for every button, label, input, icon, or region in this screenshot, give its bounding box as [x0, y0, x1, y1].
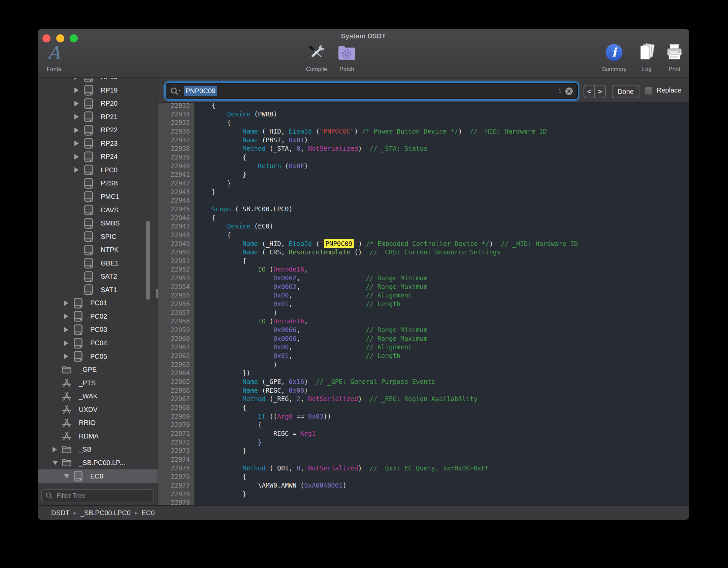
tree-item-p2sb[interactable]: P2SB	[38, 177, 158, 190]
tree-item-rdma[interactable]: RDMA	[38, 429, 158, 443]
chevron-down-icon[interactable]	[64, 474, 73, 478]
chevron-right-icon[interactable]	[64, 341, 73, 346]
tree-item-rrio[interactable]: RRIO	[38, 416, 158, 430]
summary-button[interactable]: i Summary	[602, 40, 627, 73]
tree-item-rp21[interactable]: RP21	[38, 110, 158, 123]
code-text: {	[195, 403, 246, 412]
method-icon	[61, 418, 72, 428]
print-button[interactable]: Print	[665, 40, 684, 73]
chevron-right-icon[interactable]	[74, 114, 83, 119]
line-number: 22936	[158, 127, 195, 136]
chevron-right-icon[interactable]	[74, 167, 83, 173]
line-number: 22975	[158, 464, 195, 473]
chevron-down-icon[interactable]	[53, 461, 61, 465]
chevron-right-icon[interactable]	[74, 78, 83, 80]
tree-item-pc05[interactable]: PC05	[38, 350, 158, 363]
filter-tree-input[interactable]	[56, 492, 150, 500]
code-text: Name (_GPE, 0x16) // _GPE: General Purpo…	[195, 378, 435, 386]
line-number: 22937	[158, 136, 195, 145]
chevron-right-icon[interactable]	[74, 154, 83, 159]
tree-item-spic[interactable]: SPIC	[38, 230, 158, 243]
find-next-button[interactable]: >	[595, 85, 605, 98]
chevron-right-icon[interactable]	[74, 101, 83, 106]
tree-item-rp19[interactable]: RP19	[38, 83, 158, 97]
code-text: Name (PBST, 0x01)	[195, 136, 308, 145]
code-text: {	[195, 231, 231, 240]
tree-item-pc02[interactable]: PC02	[38, 310, 158, 323]
breadcrumb-dsdt[interactable]: DSDT	[51, 509, 69, 517]
code-line: 22954 0x0062, // Range Maximum	[158, 283, 689, 291]
chevron-right-icon[interactable]	[74, 87, 83, 93]
tree-item-rp18[interactable]: RP18	[38, 78, 158, 84]
tree-item-sat1[interactable]: SAT1	[38, 283, 158, 296]
tree-item-ntpk[interactable]: NTPK	[38, 243, 158, 257]
compile-button[interactable]: Compile	[306, 40, 327, 73]
tree-item--gpe[interactable]: _GPE	[38, 363, 158, 377]
chevron-right-icon[interactable]	[53, 447, 61, 452]
tree-item-pc01[interactable]: PC01	[38, 296, 158, 310]
code-text: {	[195, 118, 231, 127]
chevron-right-icon[interactable]	[64, 327, 73, 332]
tree-item-uxdv[interactable]: UXDV	[38, 403, 158, 416]
tree-item-gbe1[interactable]: GBE1	[38, 256, 158, 270]
tree-item-rp24[interactable]: RP24	[38, 150, 158, 164]
code-line: 22937 Name (PBST, 0x01)	[158, 136, 689, 145]
replace-label: Replace	[657, 78, 681, 103]
tree-item-sat2[interactable]: SAT2	[38, 270, 158, 283]
tree-item--sb-pc00-lp-[interactable]: _SB.PC00.LP...	[38, 456, 158, 469]
code-text: Scope (_SB.PC00.LPC0)	[195, 205, 293, 214]
patch-button[interactable]: Patch	[337, 40, 356, 73]
method-icon	[61, 405, 72, 414]
code-text: 0x00, // Alignment	[195, 343, 412, 352]
tree-item-cavs[interactable]: CAVS	[38, 203, 158, 217]
chevron-right-icon[interactable]	[74, 141, 83, 146]
device-icon	[83, 231, 94, 242]
chevron-right-icon[interactable]	[64, 354, 73, 359]
fonts-button[interactable]: A Fonts	[47, 40, 61, 73]
code-text: 0x0062, // Range Minimum	[195, 274, 427, 283]
find-bar: PNP0C09 1 < > Done Replace	[158, 78, 689, 103]
method-icon	[61, 392, 72, 401]
device-icon	[83, 271, 94, 282]
breadcrumb-device[interactable]: EC0	[142, 509, 155, 517]
pages-icon	[638, 40, 656, 65]
code-line: 22952 IO (Decode16,	[158, 265, 689, 274]
code-text: 0x0062, // Range Maximum	[195, 283, 427, 291]
chevron-right-icon[interactable]	[64, 314, 73, 319]
breadcrumb-scope[interactable]: _SB.PC00.LPC0	[80, 509, 131, 517]
clear-search-icon[interactable]	[564, 86, 574, 96]
device-icon	[83, 125, 94, 136]
tree-item-label: EC0	[90, 472, 103, 480]
tree-item-rp20[interactable]: RP20	[38, 97, 158, 110]
tree-item-pc03[interactable]: PC03	[38, 323, 158, 336]
match-count: 1	[558, 87, 562, 95]
search-icon[interactable]	[170, 86, 182, 96]
tree-item-lpc0[interactable]: LPC0	[38, 163, 158, 177]
done-button[interactable]: Done	[612, 85, 639, 98]
line-number: 22947	[158, 222, 195, 231]
code-line: 22974	[158, 455, 689, 464]
tree-item-smbs[interactable]: SMBS	[38, 217, 158, 230]
sidebar-scrollbar[interactable]	[146, 221, 150, 300]
chevron-right-icon[interactable]	[74, 128, 83, 133]
device-icon	[83, 151, 94, 162]
log-label: Log	[642, 66, 652, 73]
log-button[interactable]: Log	[638, 40, 656, 73]
tree-item-ec0[interactable]: EC0	[38, 469, 158, 483]
tree-item--wak[interactable]: _WAK	[38, 390, 158, 403]
tree-item-pmc1[interactable]: PMC1	[38, 190, 158, 203]
replace-checkbox[interactable]	[644, 87, 653, 95]
tree-item-rp23[interactable]: RP23	[38, 137, 158, 150]
tree-item--sb[interactable]: _SB	[38, 443, 158, 456]
code-text: 0x01, // Length	[195, 352, 400, 360]
code-editor[interactable]: 22933 {22934 Device (PWRB)22935 {22936 N…	[158, 103, 689, 505]
chevron-right-icon[interactable]	[64, 300, 73, 306]
tree-item-label: PC03	[90, 326, 107, 333]
find-previous-button[interactable]: <	[584, 85, 595, 98]
tree-item--pts[interactable]: _PTS	[38, 376, 158, 390]
search-input[interactable]: PNP0C09 1	[166, 83, 578, 99]
filter-tree-field[interactable]	[41, 489, 154, 502]
tree-item-pc04[interactable]: PC04	[38, 336, 158, 350]
tree-item-rp22[interactable]: RP22	[38, 123, 158, 137]
code-text: )	[195, 309, 277, 317]
